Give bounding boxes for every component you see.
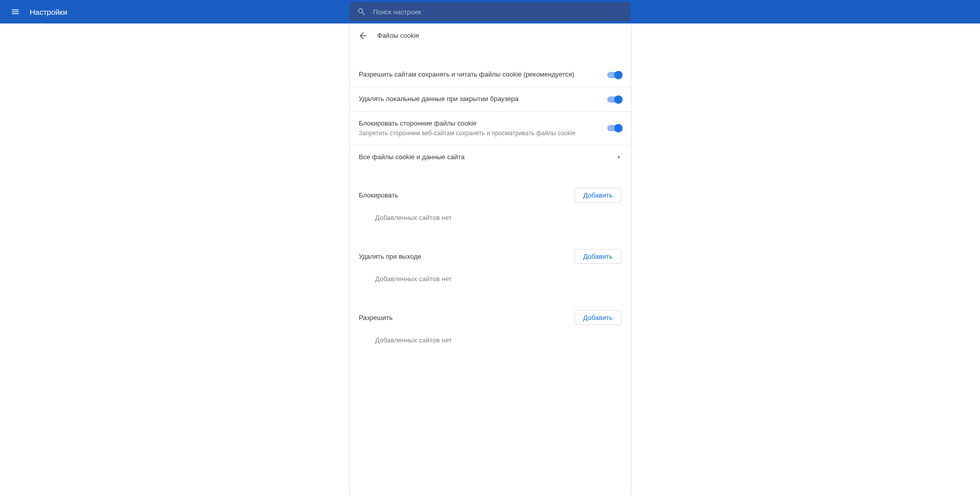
add-allow-button[interactable]: Добавить [575, 310, 621, 325]
toggle-row-block-third-party: Блокировать сторонние файлы cookie Запре… [350, 111, 631, 145]
toggle-knob [614, 71, 623, 79]
chevron-right-icon [616, 154, 622, 161]
menu-icon [11, 7, 20, 16]
section-allow-header: Разрешить Добавить [350, 301, 631, 330]
all-cookies-label: Все файлы cookie и данные сайта [359, 153, 465, 162]
page-title: Файлы cookie [377, 32, 420, 39]
block-third-party-toggle[interactable] [607, 125, 622, 131]
section-allow-title: Разрешить [359, 314, 393, 321]
section-block-header: Блокировать Добавить [350, 179, 631, 208]
block-third-party-label: Блокировать сторонние файлы cookie [359, 119, 599, 128]
topbar-title: Настройки [30, 8, 67, 16]
back-button[interactable] [355, 28, 371, 44]
settings-card: Файлы cookie Разрешить сайтам сохранять … [350, 23, 631, 496]
all-cookies-link[interactable]: Все файлы cookie и данные сайта [350, 145, 631, 169]
search-input[interactable] [373, 8, 624, 16]
section-block-empty: Добавленных сайтов нет [350, 208, 631, 231]
block-third-party-sublabel: Запретить сторонним веб-сайтам сохранять… [359, 129, 599, 138]
menu-button[interactable] [6, 3, 25, 21]
search-icon [357, 7, 366, 16]
search-field[interactable] [350, 2, 631, 21]
section-clear-header: Удалять при выходе Добавить [350, 240, 631, 269]
section-allow-empty: Добавленных сайтов нет [350, 330, 631, 353]
toggle-knob [614, 124, 623, 132]
delete-on-close-label: Удалять локальные данные при закрытии бр… [359, 94, 599, 104]
section-clear-empty: Добавленных сайтов нет [350, 269, 631, 292]
add-clear-button[interactable]: Добавить [575, 249, 621, 264]
toggle-label-group: Блокировать сторонние файлы cookie Запре… [359, 119, 607, 138]
toggle-label: Удалять локальные данные при закрытии бр… [359, 94, 607, 104]
arrow-back-icon [358, 31, 368, 41]
toggle-row-allow-cookies: Разрешить сайтам сохранять и читать файл… [350, 62, 631, 87]
section-clear-title: Удалять при выходе [359, 253, 422, 260]
allow-cookies-label: Разрешить сайтам сохранять и читать файл… [359, 70, 599, 79]
section-block-title: Блокировать [359, 191, 398, 199]
delete-on-close-toggle[interactable] [607, 96, 622, 103]
allow-cookies-toggle[interactable] [607, 72, 622, 78]
add-block-button[interactable]: Добавить [575, 188, 621, 203]
toggle-knob [614, 95, 623, 104]
toggle-row-delete-on-close: Удалять локальные данные при закрытии бр… [350, 87, 631, 111]
toggle-label: Разрешить сайтам сохранять и читать файл… [359, 70, 607, 79]
page-body: Файлы cookie Разрешить сайтам сохранять … [0, 23, 980, 496]
card-header: Файлы cookie [350, 23, 631, 48]
topbar: Настройки [0, 0, 980, 23]
